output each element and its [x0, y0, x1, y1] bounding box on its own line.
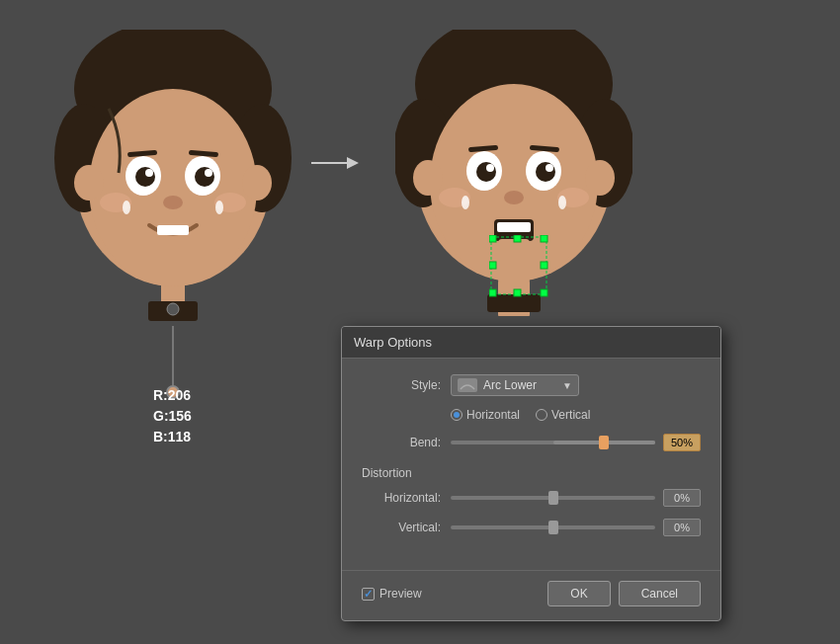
selection-handles-svg — [489, 235, 548, 304]
v-distortion-value[interactable]: 0% — [663, 519, 701, 536]
left-face-svg — [54, 30, 292, 326]
svg-point-49 — [462, 196, 469, 209]
style-row: Style: Arc Lower ▼ — [362, 374, 701, 396]
arrow — [309, 153, 359, 177]
svg-point-20 — [123, 201, 130, 214]
svg-point-38 — [536, 162, 555, 182]
color-info: R:206 G:156 B:118 — [153, 385, 192, 447]
style-icon — [458, 378, 477, 392]
distortion-label: Distortion — [362, 466, 412, 480]
svg-rect-60 — [541, 289, 547, 296]
preview-label: Preview — [379, 587, 422, 601]
ok-button[interactable]: OK — [547, 581, 610, 606]
face-left — [54, 30, 292, 405]
bend-slider-container: 50% — [451, 434, 701, 451]
svg-point-23 — [167, 303, 179, 315]
svg-point-34 — [585, 160, 615, 196]
connector-line — [168, 326, 178, 385]
svg-rect-52 — [491, 237, 546, 294]
dropdown-arrow-icon: ▼ — [562, 380, 572, 391]
svg-rect-17 — [157, 225, 189, 235]
horizontal-radio-circle — [451, 409, 462, 421]
color-b: B:118 — [153, 427, 192, 447]
svg-rect-45 — [497, 222, 531, 232]
svg-point-40 — [546, 164, 553, 172]
svg-point-16 — [163, 196, 183, 209]
svg-point-37 — [476, 162, 496, 182]
v-distortion-row: Vertical: 0% — [362, 519, 701, 536]
svg-point-7 — [242, 165, 272, 201]
check-icon: ✓ — [362, 588, 375, 601]
v-distortion-slider-container: 0% — [451, 519, 701, 536]
svg-point-43 — [504, 191, 524, 204]
bend-value[interactable]: 50% — [663, 434, 701, 451]
h-distortion-slider-container: 0% — [451, 489, 701, 507]
style-dropdown[interactable]: Arc Lower ▼ — [451, 374, 579, 396]
arrow-svg — [309, 153, 359, 173]
svg-point-10 — [135, 167, 155, 187]
h-distortion-label: Horizontal: — [362, 491, 441, 505]
color-g: G:156 — [153, 406, 192, 427]
v-distortion-thumb[interactable] — [548, 521, 558, 534]
svg-point-50 — [558, 196, 566, 209]
svg-rect-55 — [541, 235, 547, 242]
dialog-title: Warp Options — [342, 327, 720, 359]
svg-rect-59 — [514, 289, 521, 296]
style-label: Style: — [362, 378, 441, 392]
svg-rect-58 — [489, 289, 496, 296]
style-value: Arc Lower — [483, 378, 537, 392]
horizontal-radio[interactable]: Horizontal — [451, 408, 520, 422]
h-distortion-thumb[interactable] — [548, 491, 558, 505]
bend-row: Bend: 50% — [362, 434, 701, 451]
svg-rect-56 — [489, 262, 496, 269]
orientation-row: Horizontal Vertical — [451, 408, 701, 422]
vertical-radio[interactable]: Vertical — [536, 408, 590, 422]
warp-options-dialog: Warp Options Style: Arc Lower ▼ — [341, 326, 721, 621]
canvas-area: R:206 G:156 B:118 — [0, 0, 840, 644]
svg-point-12 — [145, 169, 153, 177]
svg-rect-53 — [489, 235, 496, 242]
svg-rect-54 — [514, 235, 521, 242]
h-distortion-track[interactable] — [451, 496, 655, 500]
face-right — [395, 30, 632, 316]
vertical-radio-circle — [536, 409, 547, 421]
color-r: R:206 — [153, 385, 192, 406]
distortion-section: Distortion — [362, 463, 701, 481]
horizontal-label: Horizontal — [466, 408, 520, 422]
svg-point-33 — [413, 160, 443, 196]
svg-rect-57 — [541, 262, 547, 269]
svg-point-11 — [195, 167, 214, 187]
bend-slider-track[interactable] — [451, 441, 655, 444]
dialog-footer: ✓ Preview OK Cancel — [342, 570, 720, 620]
svg-point-13 — [205, 169, 212, 177]
v-distortion-track[interactable] — [451, 525, 655, 529]
h-distortion-value[interactable]: 0% — [663, 489, 701, 507]
cancel-button[interactable]: Cancel — [619, 581, 701, 606]
vertical-label: Vertical — [551, 408, 590, 422]
bend-slider-thumb[interactable] — [599, 436, 609, 449]
h-distortion-row: Horizontal: 0% — [362, 489, 701, 507]
dialog-body: Style: Arc Lower ▼ Horizontal — [342, 359, 720, 564]
v-distortion-label: Vertical: — [362, 521, 441, 534]
svg-point-21 — [215, 201, 223, 214]
preview-checkbox[interactable]: ✓ Preview — [362, 587, 540, 601]
svg-point-39 — [486, 164, 494, 172]
svg-point-6 — [74, 165, 104, 201]
bend-label: Bend: — [362, 436, 441, 449]
